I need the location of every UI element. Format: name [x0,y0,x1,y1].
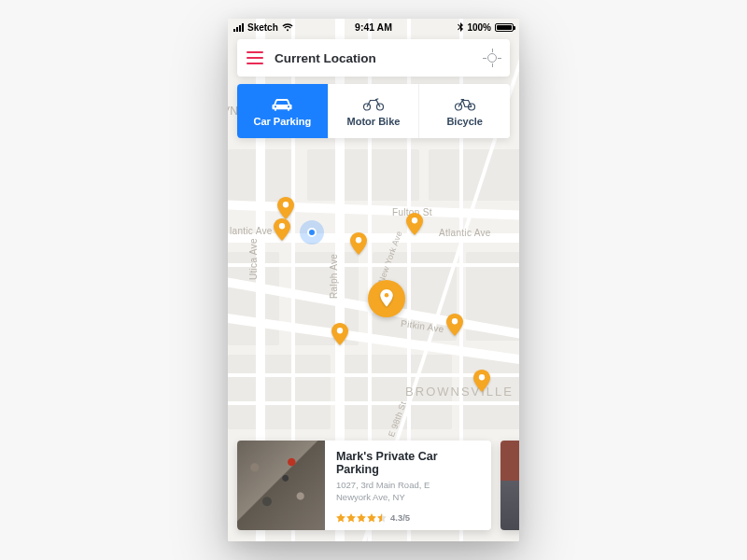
location-title[interactable]: Current Location [275,51,484,65]
car-icon [269,95,295,112]
tab-label: Motor Bike [347,116,401,127]
map-pin[interactable] [274,218,290,241]
category-tabs: Car Parking Motor Bike Bicycle [237,84,510,138]
svg-point-1 [279,223,285,229]
svg-point-6 [479,374,485,380]
current-location-dot [307,228,317,237]
result-carousel[interactable]: Mark's Private Car Parking 1027, 3rd Mai… [237,441,519,530]
map-pin[interactable] [446,314,463,336]
clock: 9:41 AM [355,21,392,33]
signal-icon [233,23,244,32]
svg-point-7 [385,293,389,298]
battery-pct: 100% [467,22,491,33]
district-label: BROWNSVILLE [405,385,514,399]
street-label: Ralph Ave [329,254,339,299]
tab-label: Car Parking [253,116,311,127]
map-pin[interactable] [406,213,423,235]
result-address: 1027, 3rd Main Road, ENewyork Ave, NY [336,480,482,504]
tab-car-parking[interactable]: Car Parking [237,84,328,138]
search-bar[interactable]: Current Location [237,39,510,77]
svg-point-0 [283,202,289,207]
svg-point-2 [356,237,361,243]
result-card[interactable]: Mark's Private Car Parking 1027, 3rd Mai… [237,441,491,530]
result-rating: 4.3/5 [336,512,482,523]
motorbike-icon [360,95,387,112]
svg-point-3 [412,217,417,223]
map-pin[interactable] [277,197,294,219]
street-label: Atlantic Ave [439,228,491,238]
battery-icon [495,23,514,32]
carrier-label: Sketch [247,22,278,33]
svg-point-4 [337,328,343,333]
street-label: Utica Ave [248,238,259,280]
map-pin[interactable] [331,323,348,345]
result-name: Mark's Private Car Parking [336,450,482,476]
result-card-next[interactable] [500,441,519,530]
map-pin[interactable] [350,232,367,255]
tab-bicycle[interactable]: Bicycle [418,84,510,138]
locate-me-icon[interactable] [484,49,500,66]
result-thumbnail [500,441,519,530]
svg-point-5 [452,318,458,324]
tab-label: Bicycle [446,116,483,127]
map-pin[interactable] [473,370,490,392]
phone-frame: VNT lantic Ave Atlantic Ave Fulton St Pi… [228,19,519,541]
bluetooth-icon [458,22,463,32]
map-pin-selected[interactable] [368,280,405,317]
tab-motor-bike[interactable]: Motor Bike [328,84,419,138]
status-bar: Sketch 9:41 AM 100% [228,19,519,35]
result-thumbnail [237,441,325,530]
wifi-icon [282,23,293,32]
menu-icon[interactable] [247,51,263,64]
svg-point-10 [455,104,461,110]
street-label: lantic Ave [230,226,273,236]
bicycle-icon [452,95,478,112]
